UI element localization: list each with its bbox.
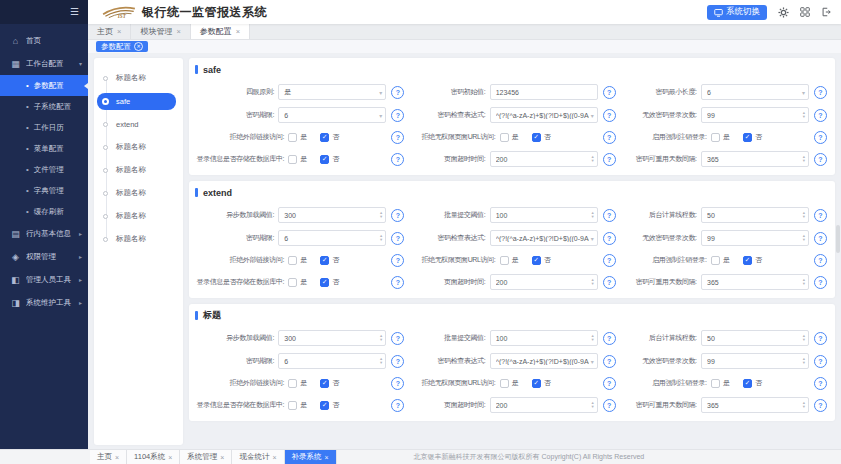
help-icon[interactable]: ? bbox=[603, 86, 616, 99]
help-icon[interactable]: ? bbox=[391, 153, 404, 166]
select-input[interactable]: ^(?!(^a-zA-z)+$)(?!D+$)((0-9A-Z...▾ bbox=[490, 353, 598, 369]
number-input[interactable]: 100▴▾ bbox=[490, 207, 598, 223]
sidebar-item[interactable]: ◨系统维护工具▸ bbox=[0, 291, 88, 314]
number-input[interactable]: 365▴▾ bbox=[701, 274, 809, 290]
select-input[interactable]: 6▾ bbox=[701, 84, 809, 100]
checkbox-checked[interactable]: ✓否 bbox=[320, 277, 339, 287]
system-switch-button[interactable]: 系统切换 bbox=[707, 5, 767, 20]
help-icon[interactable]: ? bbox=[603, 131, 616, 144]
help-icon[interactable]: ? bbox=[603, 209, 616, 222]
bottom-tab[interactable]: 补录系统× bbox=[285, 450, 337, 464]
stepper-down-icon[interactable]: ▾ bbox=[380, 361, 382, 365]
number-input[interactable]: 6▴▾ bbox=[278, 230, 386, 246]
number-input[interactable]: 100▴▾ bbox=[490, 330, 598, 346]
help-icon[interactable]: ? bbox=[391, 254, 404, 267]
checkbox-checked[interactable]: ✓否 bbox=[532, 255, 551, 265]
number-input[interactable]: 365▴▾ bbox=[701, 397, 809, 413]
help-icon[interactable]: ? bbox=[603, 109, 616, 122]
help-icon[interactable]: ? bbox=[391, 355, 404, 368]
help-icon[interactable]: ? bbox=[814, 254, 827, 267]
checkbox-unchecked[interactable]: 是 bbox=[500, 255, 519, 265]
close-icon[interactable]: × bbox=[168, 454, 172, 461]
sidebar-subitem[interactable]: •文件管理 bbox=[0, 159, 88, 180]
help-icon[interactable]: ? bbox=[814, 332, 827, 345]
stepper-arrows[interactable]: ▴▾ bbox=[803, 211, 805, 219]
stepper-arrows[interactable]: ▴▾ bbox=[380, 357, 382, 365]
bottom-tab[interactable]: 系统管理× bbox=[180, 450, 232, 464]
checkbox-checked[interactable]: ✓否 bbox=[532, 378, 551, 388]
help-icon[interactable]: ? bbox=[603, 254, 616, 267]
bottom-tab[interactable]: 1104系统× bbox=[127, 450, 180, 464]
help-icon[interactable]: ? bbox=[814, 209, 827, 222]
checkbox-checked[interactable]: ✓否 bbox=[320, 255, 339, 265]
stepper-down-icon[interactable]: ▾ bbox=[803, 159, 805, 163]
help-icon[interactable]: ? bbox=[814, 232, 827, 245]
help-icon[interactable]: ? bbox=[814, 109, 827, 122]
number-input[interactable]: 200▴▾ bbox=[490, 397, 598, 413]
anchor-item[interactable]: 标题名称 bbox=[94, 208, 183, 224]
stepper-arrows[interactable]: ▴▾ bbox=[803, 278, 805, 286]
param-config-tag[interactable]: 参数配置 ✕ bbox=[96, 41, 148, 52]
number-input[interactable]: 50▴▾ bbox=[701, 330, 809, 346]
stepper-down-icon[interactable]: ▾ bbox=[591, 215, 593, 219]
close-icon[interactable]: ✕ bbox=[134, 42, 143, 51]
checkbox-unchecked[interactable]: 是 bbox=[288, 154, 307, 164]
help-icon[interactable]: ? bbox=[391, 86, 404, 99]
help-icon[interactable]: ? bbox=[391, 209, 404, 222]
stepper-arrows[interactable]: ▴▾ bbox=[591, 211, 593, 219]
help-icon[interactable]: ? bbox=[603, 153, 616, 166]
top-tab[interactable]: 主页× bbox=[88, 24, 131, 39]
stepper-arrows[interactable]: ▴▾ bbox=[803, 234, 805, 242]
select-input[interactable]: ^(?!(^a-zA-z)+$)(?!D+$)((0-9A-Z...▾ bbox=[490, 230, 598, 246]
anchor-item[interactable]: 标题名称 bbox=[94, 185, 183, 201]
help-icon[interactable]: ? bbox=[814, 86, 827, 99]
bottom-tab[interactable]: 主页× bbox=[90, 450, 127, 464]
checkbox-unchecked[interactable]: 是 bbox=[500, 378, 519, 388]
stepper-down-icon[interactable]: ▾ bbox=[803, 361, 805, 365]
stepper-arrows[interactable]: ▴▾ bbox=[803, 155, 805, 163]
help-icon[interactable]: ? bbox=[603, 232, 616, 245]
checkbox-checked[interactable]: ✓否 bbox=[743, 132, 762, 142]
help-icon[interactable]: ? bbox=[391, 109, 404, 122]
stepper-arrows[interactable]: ▴▾ bbox=[380, 334, 382, 342]
scrollbar-thumb[interactable] bbox=[836, 225, 840, 253]
checkbox-unchecked[interactable]: 是 bbox=[288, 400, 307, 410]
anchor-item[interactable]: extend bbox=[94, 116, 183, 132]
help-icon[interactable]: ? bbox=[814, 377, 827, 390]
number-input[interactable]: 365▴▾ bbox=[701, 151, 809, 167]
sidebar-item[interactable]: ◧管理人员工具▸ bbox=[0, 268, 88, 291]
checkbox-unchecked[interactable]: 是 bbox=[288, 255, 307, 265]
checkbox-checked[interactable]: ✓否 bbox=[743, 255, 762, 265]
stepper-down-icon[interactable]: ▾ bbox=[803, 115, 805, 119]
sidebar-subitem[interactable]: •缓存刷新 bbox=[0, 201, 88, 222]
stepper-arrows[interactable]: ▴▾ bbox=[591, 334, 593, 342]
bottom-tab[interactable]: 现金统计× bbox=[232, 450, 284, 464]
stepper-arrows[interactable]: ▴▾ bbox=[591, 155, 593, 163]
close-icon[interactable]: × bbox=[236, 28, 240, 36]
stepper-down-icon[interactable]: ▾ bbox=[803, 215, 805, 219]
anchor-item[interactable]: 标题名称 bbox=[94, 70, 183, 86]
help-icon[interactable]: ? bbox=[814, 355, 827, 368]
select-input[interactable]: 6▾ bbox=[278, 107, 386, 123]
checkbox-checked[interactable]: ✓否 bbox=[320, 154, 339, 164]
close-icon[interactable]: × bbox=[117, 28, 121, 36]
checkbox-unchecked[interactable]: 是 bbox=[711, 378, 730, 388]
help-icon[interactable]: ? bbox=[391, 232, 404, 245]
close-icon[interactable]: × bbox=[272, 454, 276, 461]
help-icon[interactable]: ? bbox=[814, 131, 827, 144]
stepper-arrows[interactable]: ▴▾ bbox=[803, 111, 805, 119]
stepper-down-icon[interactable]: ▾ bbox=[803, 238, 805, 242]
number-input[interactable]: 200▴▾ bbox=[490, 274, 598, 290]
stepper-down-icon[interactable]: ▾ bbox=[380, 215, 382, 219]
checkbox-checked[interactable]: ✓否 bbox=[320, 400, 339, 410]
checkbox-checked[interactable]: ✓否 bbox=[743, 378, 762, 388]
stepper-down-icon[interactable]: ▾ bbox=[803, 338, 805, 342]
close-icon[interactable]: × bbox=[176, 28, 180, 36]
stepper-arrows[interactable]: ▴▾ bbox=[803, 357, 805, 365]
stepper-arrows[interactable]: ▴▾ bbox=[591, 401, 593, 409]
stepper-down-icon[interactable]: ▾ bbox=[803, 405, 805, 409]
top-tab[interactable]: 参数配置× bbox=[191, 24, 250, 39]
stepper-arrows[interactable]: ▴▾ bbox=[803, 401, 805, 409]
number-input[interactable]: 50▴▾ bbox=[701, 207, 809, 223]
anchor-item[interactable]: 标题名称 bbox=[94, 162, 183, 178]
